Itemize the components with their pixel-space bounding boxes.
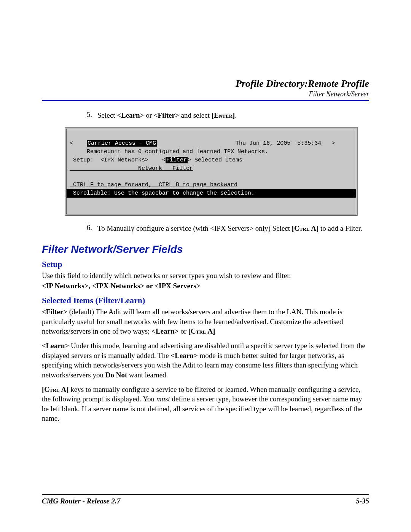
setup-options: <IP Networks>, <IPX Networks> or <IPX Se…: [42, 282, 201, 290]
token-filter: <Filter>: [154, 111, 179, 119]
key-ctrl-a: [Ctrl A]: [42, 385, 69, 393]
term-line-3: Setup: <IPX Networks> <Filter> Selected …: [70, 157, 242, 163]
step-6: 6. To Manually configure a service (with…: [76, 224, 369, 233]
step-number: 5.: [76, 110, 97, 120]
page-footer: CMG Router - Release 2.7 5-35: [42, 494, 369, 505]
terminal-screenshot: < Carrier Access - CMG Thu Jun 16, 2005 …: [65, 127, 358, 216]
page-header: Profile Directory:Remote Profile Filter …: [236, 78, 369, 98]
setup-p1: Use this field to identify which network…: [42, 271, 369, 281]
token-learn: <Learn>: [151, 327, 178, 335]
selected-heading: Selected Items (Filter/Learn): [42, 296, 369, 305]
token-learn: <Learn>: [170, 351, 198, 359]
term-datetime: Thu Jun 16, 2005 5:35:34 >: [236, 140, 335, 147]
terminal: < Carrier Access - CMG Thu Jun 16, 2005 …: [66, 129, 356, 215]
text: Select: [97, 111, 117, 119]
term-statusline: Scrollable: Use the spacebar to change t…: [67, 189, 356, 198]
step-list-2: 6. To Manually configure a service (with…: [76, 224, 369, 233]
footer-right: 5-35: [356, 497, 369, 505]
key-ctrl-a: [Ctrl A]: [292, 224, 319, 232]
term-line-2: RemoteUnit has 0 configured and learned …: [70, 149, 268, 155]
learn-paragraph: <Learn> Under this mode, learning and ad…: [42, 341, 369, 380]
token-learn: <Learn>: [42, 342, 69, 350]
text: To Manually configure a service (with <I…: [97, 224, 292, 232]
text: want learned.: [127, 371, 168, 379]
step-body: Select <Learn> or <Filter> and select [E…: [97, 110, 369, 120]
text: or: [144, 111, 153, 119]
term-blank: [70, 173, 73, 180]
term-line-5: CTRL F to page forward, CTRL B to page b…: [70, 182, 237, 188]
setup-p2: <IP Networks>, <IPX Networks> or <IPX Se…: [42, 281, 369, 291]
term-selection: Filter: [166, 157, 188, 163]
text: <: [70, 140, 73, 147]
step-number: 6.: [76, 224, 97, 233]
term-columns: Network Filter: [70, 165, 193, 172]
header-rule: [42, 100, 369, 101]
token-filter: <Filter>: [42, 308, 67, 316]
section-heading: Filter Network/Server Fields: [42, 243, 369, 256]
term-line-4: Network Filter: [70, 165, 193, 172]
footer-row: CMG Router - Release 2.7 5-35: [42, 497, 369, 505]
token-donot: Do Not: [105, 371, 127, 379]
text: > Selected Items: [188, 157, 242, 163]
footer-rule: [42, 494, 369, 495]
text: to add a Filter.: [319, 224, 362, 232]
header-title: Profile Directory:Remote Profile: [236, 78, 369, 89]
setup-heading: Setup: [42, 259, 369, 269]
step-5: 5. Select <Learn> or <Filter> and select…: [76, 110, 369, 120]
content: 5. Select <Learn> or <Filter> and select…: [76, 110, 369, 423]
text: or: [178, 327, 188, 335]
filter-paragraph: <Filter> (default) The Adit will learn a…: [42, 307, 369, 336]
text: Setup: <IPX Networks> <: [70, 157, 166, 163]
text: and select: [179, 111, 212, 119]
term-line-1: < Carrier Access - CMG Thu Jun 16, 2005 …: [70, 140, 335, 147]
step-body: To Manually configure a service (with <I…: [97, 224, 369, 233]
ctrl-a-paragraph: [Ctrl A] keys to manually configure a se…: [42, 385, 369, 424]
header-subtitle: Filter Network/Server: [236, 90, 369, 98]
token-learn: <Learn>: [117, 111, 144, 119]
key-enter: [Enter]: [212, 111, 235, 119]
text: .: [235, 111, 237, 119]
step-list: 5. Select <Learn> or <Filter> and select…: [76, 110, 369, 120]
page: Profile Directory:Remote Profile Filter …: [0, 0, 411, 532]
key-ctrl-a: [Ctrl A]: [188, 327, 215, 335]
term-title: Carrier Access - CMG: [87, 140, 157, 147]
footer-left: CMG Router - Release 2.7: [42, 497, 120, 505]
token-must: must: [156, 395, 170, 403]
